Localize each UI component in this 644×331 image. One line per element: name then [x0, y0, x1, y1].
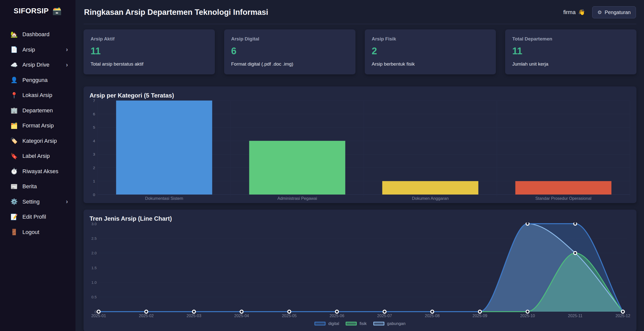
- legend-label-gabungan: gabungan: [387, 321, 406, 326]
- legend-item-fisik[interactable]: fisik: [346, 321, 367, 326]
- stat-card-subtitle: Jumlah unit kerja: [512, 61, 629, 67]
- sidebar-item-kategori-arsip[interactable]: 🏷️ Kategori Arsip: [0, 133, 75, 149]
- point-gabungan-2025-07[interactable]: [383, 310, 386, 313]
- sidebar-item-label: Kategori Arsip: [22, 138, 57, 144]
- x-axis-tick-label: 2025-03: [187, 314, 202, 318]
- stat-card-value: 6: [231, 46, 348, 57]
- bar-standar-prosedur-operasional[interactable]: [515, 181, 612, 195]
- point-gabungan-2025-10[interactable]: [526, 223, 529, 225]
- cloud-icon: ☁️: [10, 62, 18, 68]
- user-name: firma: [563, 9, 576, 16]
- user-greeting: firma 👋: [563, 9, 585, 16]
- bar-administrasi-pegawai[interactable]: [249, 141, 345, 195]
- legend-item-gabungan[interactable]: gabungan: [373, 321, 406, 326]
- point-gabungan-2025-05[interactable]: [288, 310, 291, 313]
- x-axis-tick-label: 2025-05: [282, 314, 297, 318]
- gear-icon: ⚙️: [10, 198, 18, 205]
- app-name: SIFORSIP: [14, 7, 49, 15]
- sidebar-item-label: Lokasi Arsip: [22, 92, 52, 99]
- home-icon: 🏡: [10, 31, 18, 38]
- y-axis-tick-label: 3.0: [91, 223, 97, 226]
- stat-card-subtitle: Arsip berbentuk fisik: [372, 61, 489, 67]
- stat-card-title: Arsip Digital: [231, 36, 348, 42]
- point-gabungan-2025-01[interactable]: [97, 310, 100, 313]
- point-digital-2025-11[interactable]: [574, 223, 577, 225]
- x-axis-category-label: Dokumentasi Sistem: [145, 196, 183, 201]
- sidebar-item-label: Berita: [22, 183, 37, 190]
- x-axis-tick-label: 2025-01: [91, 314, 106, 318]
- chevron-right-icon: ›: [66, 47, 68, 53]
- x-axis-category-label: Dokumen Anggaran: [412, 196, 449, 201]
- point-gabungan-2025-09[interactable]: [478, 310, 481, 313]
- pin-icon: 📍: [10, 92, 18, 99]
- y-axis-tick-label: 0: [93, 193, 95, 197]
- bar-dokumentasi-sistem[interactable]: [116, 101, 212, 195]
- x-axis-tick-label: 2025-10: [520, 314, 535, 318]
- settings-button[interactable]: ⚙ Pengaturan: [592, 6, 636, 18]
- document-icon: 📄: [10, 46, 18, 53]
- user-icon: 👤: [10, 77, 18, 83]
- sidebar-item-setting[interactable]: ⚙️ Setting ›: [0, 194, 75, 210]
- sidebar-item-label: Format Arsip: [22, 122, 54, 129]
- legend-label-fisik: fisik: [359, 321, 367, 326]
- y-axis-tick-label: 1.0: [91, 280, 97, 285]
- sidebar-item-format-arsip[interactable]: 🗂️ Format Arsip: [0, 118, 75, 133]
- sidebar-item-logout[interactable]: 🚪 Logout: [0, 225, 75, 240]
- point-gabungan-2025-11[interactable]: [574, 252, 577, 255]
- sidebar-item-lokasi-arsip[interactable]: 📍 Lokasi Arsip: [0, 88, 75, 103]
- sidebar-item-arsip[interactable]: 📄 Arsip ›: [0, 42, 75, 58]
- gear-icon: ⚙: [597, 9, 602, 15]
- page-title: Ringkasan Arsip Departemen Teknologi Inf…: [84, 8, 268, 17]
- legend-item-digital[interactable]: digital: [314, 321, 339, 326]
- bar-chart-title: Arsip per Kategori (5 Teratas): [90, 92, 630, 99]
- y-axis-tick-label: 3: [93, 152, 95, 156]
- newspaper-icon: 📰: [10, 183, 18, 190]
- sidebar-item-label: Edit Profil: [22, 214, 46, 220]
- sidebar-item-label: Setting: [22, 199, 40, 205]
- stat-card-subtitle: Total arsip berstatus aktif: [91, 61, 208, 67]
- x-axis-category-label: Standar Prosedur Operasional: [535, 196, 591, 201]
- stat-card-arsip-aktif: Arsip Aktif 11 Total arsip berstatus akt…: [84, 29, 215, 74]
- card-file-box-icon: 🗃️: [52, 7, 62, 15]
- y-axis-tick-label: 1: [93, 179, 95, 183]
- stat-card-arsip-fisik: Arsip Fisik 2 Arsip berbentuk fisik: [365, 29, 496, 74]
- x-axis-category-label: Administrasi Pegawai: [277, 196, 317, 201]
- point-gabungan-2025-02[interactable]: [145, 310, 148, 313]
- stat-card-value: 2: [372, 46, 489, 57]
- legend-swatch-digital: [314, 322, 326, 325]
- sidebar-item-label: Dashboard: [22, 31, 50, 38]
- legend-swatch-fisik: [346, 322, 357, 325]
- line-chart-panel: Tren Jenis Arsip (Line Chart) 00.51.01.5…: [84, 210, 636, 331]
- point-gabungan-2025-03[interactable]: [192, 310, 195, 313]
- point-gabungan-2025-08[interactable]: [431, 310, 434, 313]
- stat-card-arsip-digital: Arsip Digital 6 Format digital (.pdf .do…: [224, 29, 355, 74]
- point-gabungan-2025-12[interactable]: [621, 310, 624, 313]
- sidebar-item-berita[interactable]: 📰 Berita: [0, 179, 75, 194]
- y-axis-tick-label: 0.5: [91, 295, 97, 299]
- point-gabungan-2025-06[interactable]: [335, 310, 338, 313]
- sidebar-item-label: Riwayat Akses: [22, 168, 58, 175]
- line-chart-title: Tren Jenis Arsip (Line Chart): [90, 215, 630, 222]
- x-axis-tick-label: 2025-08: [425, 314, 440, 318]
- x-axis-tick-label: 2025-12: [616, 314, 630, 318]
- y-axis-tick-label: 7: [93, 100, 95, 103]
- y-axis-tick-label: 1.5: [91, 266, 97, 270]
- sidebar-item-label-arsip[interactable]: 🔖 Label Arsip: [0, 149, 75, 164]
- point-fisik-2025-10[interactable]: [526, 310, 529, 313]
- point-gabungan-2025-04[interactable]: [240, 310, 243, 313]
- bar-dokumen-anggaran[interactable]: [382, 181, 478, 195]
- stat-card-value: 11: [91, 46, 208, 57]
- sidebar-item-label: Pengguna: [22, 77, 48, 83]
- sidebar-item-departemen[interactable]: 🏢 Departemen: [0, 103, 75, 118]
- x-axis-tick-label: 2025-04: [234, 314, 249, 318]
- sidebar-item-edit-profil[interactable]: 📝 Edit Profil: [0, 209, 75, 225]
- sidebar-item-arsip-drive[interactable]: ☁️ Arsip Drive ›: [0, 57, 75, 73]
- stat-card-title: Arsip Fisik: [372, 36, 489, 42]
- settings-button-label: Pengaturan: [605, 10, 631, 15]
- sidebar-item-pengguna[interactable]: 👤 Pengguna: [0, 73, 75, 88]
- main-content: Ringkasan Arsip Departemen Teknologi Inf…: [75, 0, 644, 331]
- stat-card-title: Total Departemen: [512, 36, 629, 42]
- sidebar-item-riwayat-akses[interactable]: ⏱️ Riwayat Akses: [0, 164, 75, 179]
- topbar-right: firma 👋 ⚙ Pengaturan: [563, 6, 636, 18]
- sidebar-item-dashboard[interactable]: 🏡 Dashboard: [0, 27, 75, 42]
